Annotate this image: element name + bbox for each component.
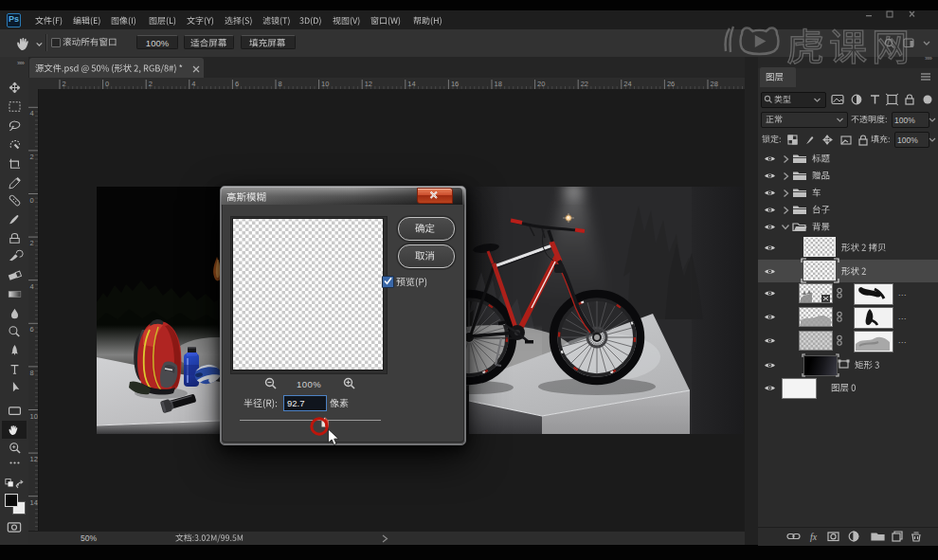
svg-text:12: 12 [30,455,38,463]
svg-text:8: 8 [279,80,282,88]
svg-text:14: 14 [407,80,415,88]
svg-text:10: 10 [321,80,329,88]
svg-text:0: 0 [105,80,109,88]
svg-text:2: 2 [149,80,153,88]
svg-text:14: 14 [30,498,38,507]
svg-text:6: 6 [235,80,239,88]
svg-text:6: 6 [30,325,34,334]
svg-text:20: 20 [537,80,545,88]
svg-text:0: 0 [30,196,34,205]
svg-text:4: 4 [30,282,34,291]
svg-text:4: 4 [191,80,195,88]
svg-text:2: 2 [30,153,34,161]
svg-text:fx: fx [810,532,818,542]
svg-text:4: 4 [30,109,34,117]
svg-text:8: 8 [30,369,34,377]
svg-text:18: 18 [495,80,502,88]
svg-text:16: 16 [451,80,459,88]
svg-text:28: 28 [711,80,718,88]
svg-text:2: 2 [30,239,34,247]
svg-text:22: 22 [581,80,588,88]
svg-text:24: 24 [623,80,631,88]
svg-text:2: 2 [63,80,66,88]
svg-text:12: 12 [365,80,372,88]
svg-text:26: 26 [667,80,675,88]
svg-text:10: 10 [30,412,38,421]
